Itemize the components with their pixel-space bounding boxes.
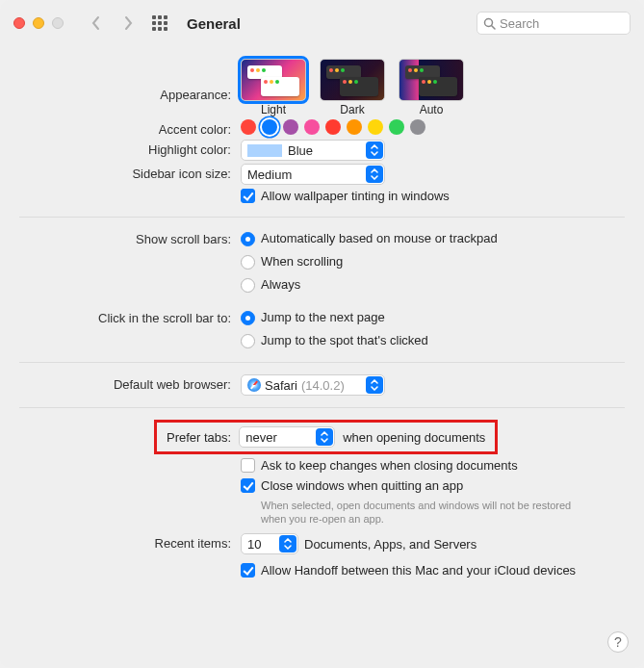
accent-swatch-5[interactable] [347, 119, 362, 135]
close-window-button[interactable] [13, 17, 25, 29]
browser-label: Default web browser: [19, 374, 241, 392]
titlebar: General Search [0, 0, 644, 46]
highlight-label: Highlight color: [19, 140, 241, 157]
tabs-label: Prefer tabs: [167, 430, 231, 445]
accent-swatch-1[interactable] [262, 119, 277, 135]
click-scroll-group: Jump to the next pageJump to the spot th… [241, 308, 625, 350]
click-scroll-option-0[interactable]: Jump to the next page [241, 308, 385, 327]
click-scroll-label: Click in the scroll bar to: [19, 308, 241, 325]
search-placeholder: Search [500, 16, 539, 31]
svg-line-1 [492, 25, 496, 29]
highlight-select[interactable]: Blue [241, 140, 385, 161]
content: Appearance: Light Dark Auto [0, 46, 644, 602]
handoff-checkbox[interactable]: Allow Handoff between this Mac and your … [241, 562, 576, 579]
accent-swatch-0[interactable] [241, 119, 256, 135]
accent-swatch-2[interactable] [283, 119, 298, 135]
preferences-window: General Search Appearance: Light Dark [0, 0, 644, 668]
chevron-updown-icon [366, 166, 383, 183]
search-field[interactable]: Search [477, 12, 631, 35]
sidebar-size-label: Sidebar icon size: [19, 164, 241, 181]
default-browser-select[interactable]: Safari (14.0.2) [241, 374, 385, 396]
safari-icon [247, 378, 261, 392]
appearance-light[interactable]: Light [241, 59, 306, 116]
chevron-updown-icon [279, 535, 296, 552]
recent-label: Recent items: [19, 533, 241, 551]
window-controls [13, 17, 64, 29]
show-all-icon[interactable] [152, 15, 167, 31]
close-windows-hint: When selected, open documents and window… [261, 499, 598, 526]
pane-title: General [187, 15, 241, 32]
ask-keep-changes-checkbox[interactable]: Ask to keep changes when closing documen… [241, 457, 518, 475]
click-scroll-option-1[interactable]: Jump to the spot that's clicked [241, 331, 428, 350]
scrollbars-option-2[interactable]: Always [241, 275, 300, 295]
accent-swatch-4[interactable] [325, 119, 341, 135]
highlight-swatch [247, 144, 282, 157]
scrollbars-option-1[interactable]: When scrolling [241, 252, 343, 271]
help-button[interactable]: ? [607, 631, 629, 653]
zoom-window-button [52, 17, 64, 29]
scrollbars-group: Automatically based on mouse or trackpad… [241, 229, 625, 295]
scrollbars-option-0[interactable]: Automatically based on mouse or trackpad [241, 229, 498, 248]
appearance-label: Appearance: [19, 59, 241, 102]
back-button[interactable] [83, 11, 108, 36]
tabs-suffix: when opening documents [343, 430, 485, 445]
accent-swatches [241, 119, 425, 135]
search-icon [483, 17, 496, 30]
wallpaper-tinting-checkbox[interactable]: Allow wallpaper tinting in windows [241, 188, 450, 205]
appearance-dark[interactable]: Dark [320, 59, 385, 116]
appearance-auto[interactable]: Auto [399, 59, 464, 116]
recent-suffix: Documents, Apps, and Servers [304, 537, 477, 552]
accent-label: Accent color: [19, 119, 241, 137]
forward-button[interactable] [116, 11, 141, 36]
accent-swatch-3[interactable] [304, 119, 320, 135]
chevron-updown-icon [366, 376, 383, 394]
minimize-window-button[interactable] [33, 17, 44, 29]
accent-swatch-7[interactable] [389, 119, 404, 135]
prefer-tabs-highlight: Prefer tabs: never when opening document… [154, 420, 498, 454]
chevron-updown-icon [366, 141, 383, 159]
accent-swatch-6[interactable] [368, 119, 383, 135]
prefer-tabs-select[interactable]: never [239, 426, 335, 448]
close-windows-checkbox[interactable]: Close windows when quitting an app [241, 477, 463, 495]
appearance-options: Light Dark Auto [241, 59, 464, 116]
recent-items-select[interactable]: 10 [241, 533, 298, 554]
accent-swatch-8[interactable] [410, 119, 425, 135]
chevron-updown-icon [316, 428, 333, 446]
sidebar-size-select[interactable]: Medium [241, 164, 385, 185]
scrollbars-label: Show scroll bars: [19, 229, 241, 246]
